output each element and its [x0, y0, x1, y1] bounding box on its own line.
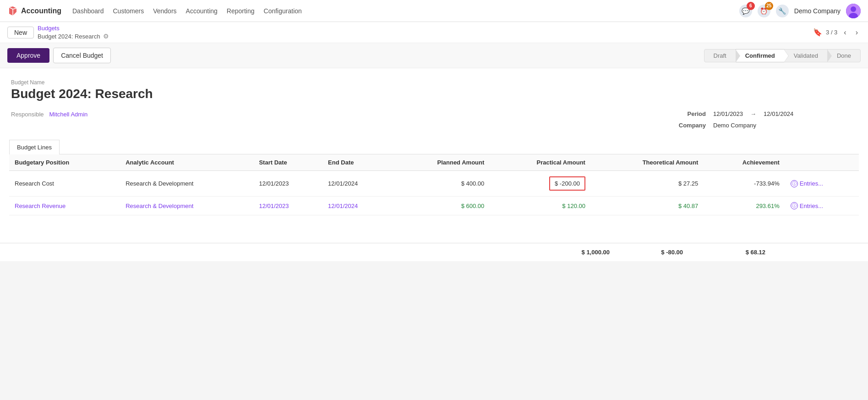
col-start-date: Start Date: [253, 154, 322, 171]
tab-budget-lines[interactable]: Budget Lines: [9, 140, 60, 154]
total-planned: $ 1,000.00: [557, 249, 621, 256]
notifications-btn[interactable]: 💬 6: [739, 5, 752, 17]
period-label: Period: [674, 110, 706, 117]
nav-accounting[interactable]: Accounting: [186, 7, 218, 15]
period-field-row: Period 12/01/2023 → 12/01/2024: [674, 110, 857, 117]
breadcrumb-current: Budget 2024: Research: [38, 33, 100, 40]
prev-button[interactable]: ‹: [841, 27, 849, 38]
row2-theoretical: $ 40.87: [591, 197, 704, 215]
row2-position[interactable]: Research Revenue: [9, 197, 120, 215]
gear-icon[interactable]: ⚙: [103, 33, 109, 40]
nav-right: 💬 6 ⏰ 25 🔧 Demo Company: [739, 4, 861, 18]
notifications-badge: 6: [747, 2, 755, 10]
col-position: Budgetary Position: [9, 154, 120, 171]
row1-theoretical: $ 27.25: [591, 171, 704, 197]
col-achievement: Achievement: [704, 154, 785, 171]
row2-practical: $ 120.00: [490, 197, 591, 215]
col-analytic: Analytic Account: [120, 154, 253, 171]
budget-title: Budget 2024: Research: [11, 87, 857, 101]
svg-point-1: [851, 6, 856, 12]
alerts-badge: 25: [765, 2, 773, 10]
company-label: Company: [674, 122, 706, 129]
entries-circle-icon: ⓘ: [791, 180, 798, 187]
responsible-value[interactable]: Mitchell Admin: [49, 111, 87, 118]
col-end-date: End Date: [322, 154, 392, 171]
col-theoretical: Theoretical Amount: [591, 154, 704, 171]
total-practical: $ -80.00: [621, 249, 694, 256]
main-content: Budget Name Budget 2024: Research Respon…: [0, 68, 868, 243]
row2-entries[interactable]: ⓘ Entries...: [785, 197, 859, 215]
row2-analytic[interactable]: Research & Development: [120, 197, 253, 215]
budget-table: Budgetary Position Analytic Account Star…: [9, 154, 859, 215]
row2-planned: $ 600.00: [392, 197, 490, 215]
approve-button[interactable]: Approve: [7, 48, 49, 63]
row1-start-date: 12/01/2023: [253, 171, 322, 197]
entries-circle-icon2: ⓘ: [791, 202, 798, 209]
top-nav: Accounting Dashboard Customers Vendors A…: [0, 0, 868, 22]
nav-vendors[interactable]: Vendors: [153, 7, 176, 15]
table-row: Research Revenue Research & Development …: [9, 197, 859, 215]
tabs-section: Budget Lines: [9, 140, 859, 154]
user-avatar[interactable]: [846, 4, 861, 18]
alerts-btn[interactable]: ⏰ 25: [758, 5, 770, 17]
nav-dashboard[interactable]: Dashboard: [72, 7, 104, 15]
table-wrapper: Budgetary Position Analytic Account Star…: [9, 154, 859, 243]
responsible-label: Responsible: [11, 111, 44, 118]
company-value: Demo Company: [713, 122, 756, 129]
company-name: Demo Company: [794, 7, 841, 15]
status-validated: Validated: [784, 49, 828, 62]
breadcrumb-parent[interactable]: Budgets: [38, 25, 109, 32]
row1-achievement: -733.94%: [704, 171, 785, 197]
company-field-row: Company Demo Company: [674, 122, 857, 129]
row1-planned: $ 400.00: [392, 171, 490, 197]
row1-entries[interactable]: ⓘ Entries...: [785, 171, 859, 197]
breadcrumb-bar: New Budgets Budget 2024: Research ⚙ 🔖 3 …: [0, 22, 868, 43]
nav-customers[interactable]: Customers: [113, 7, 144, 15]
row1-position: Research Cost: [9, 171, 120, 197]
new-button[interactable]: New: [7, 27, 34, 38]
row1-practical-highlighted: $ -200.00: [549, 176, 585, 191]
bookmark-icon[interactable]: 🔖: [813, 28, 822, 37]
period-start: 12/01/2023: [713, 110, 743, 117]
app-logo: Accounting: [7, 5, 61, 16]
total-theoretical: $ 68.12: [694, 249, 776, 256]
nav-links: Dashboard Customers Vendors Accounting R…: [72, 7, 302, 15]
nav-configuration[interactable]: Configuration: [264, 7, 302, 15]
col-practical: Practical Amount: [490, 154, 591, 171]
row2-achievement: 293.61%: [704, 197, 785, 215]
row2-end-date[interactable]: 12/01/2024: [322, 197, 392, 215]
budget-name-label: Budget Name: [11, 79, 857, 86]
pagination: 🔖 3 / 3 ‹ ›: [813, 27, 861, 38]
cancel-button[interactable]: Cancel Budget: [53, 48, 111, 63]
wrench-icon[interactable]: 🔧: [776, 5, 789, 17]
arrow-icon: →: [750, 110, 756, 117]
row1-practical: $ -200.00: [490, 171, 591, 197]
row2-start-date[interactable]: 12/01/2023: [253, 197, 322, 215]
row1-analytic: Research & Development: [120, 171, 253, 197]
row1-end-date: 12/01/2024: [322, 171, 392, 197]
responsible-field: Responsible Mitchell Admin: [11, 110, 87, 118]
status-bar: Draft Confirmed Validated Done: [704, 49, 861, 62]
status-draft: Draft: [704, 49, 736, 62]
row2-entries-link[interactable]: ⓘ Entries...: [791, 202, 853, 209]
period-end: 12/01/2024: [764, 110, 793, 117]
col-planned: Planned Amount: [392, 154, 490, 171]
form-section: Budget Name Budget 2024: Research Respon…: [9, 79, 859, 129]
col-actions: [785, 154, 859, 171]
status-done: Done: [827, 49, 861, 62]
status-confirmed: Confirmed: [736, 49, 785, 62]
nav-reporting[interactable]: Reporting: [227, 7, 255, 15]
period-company-fields: Period 12/01/2023 → 12/01/2024 Company D…: [674, 110, 857, 129]
table-row: Research Cost Research & Development 12/…: [9, 171, 859, 197]
action-bar: Approve Cancel Budget Draft Confirmed Va…: [0, 43, 868, 68]
page-count: 3 / 3: [826, 29, 837, 36]
next-button[interactable]: ›: [853, 27, 861, 38]
app-name: Accounting: [21, 7, 61, 15]
row1-entries-link[interactable]: ⓘ Entries...: [791, 180, 853, 187]
